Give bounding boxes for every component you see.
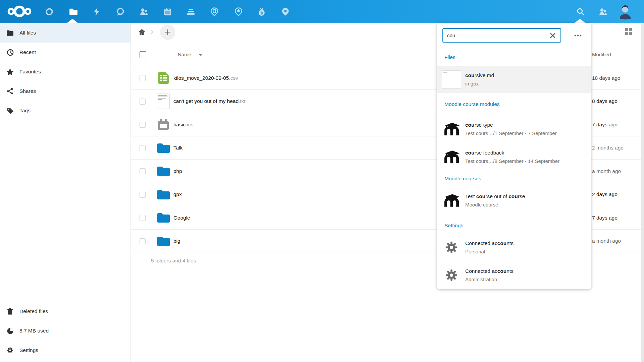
search-result-connected-accounts-personal[interactable]: Connected accounts Personal	[437, 233, 591, 261]
title-text: rse type	[475, 122, 493, 128]
sidebar-item-label: Recent	[19, 49, 36, 55]
clear-search-icon[interactable]	[549, 32, 556, 39]
sidebar-item-label: Shares	[19, 88, 36, 94]
sidebar-item-recent[interactable]: Recent	[0, 43, 130, 62]
row-checkbox[interactable]	[140, 75, 146, 81]
maps-icon[interactable]	[276, 0, 295, 23]
match-highlight: cou	[465, 72, 475, 78]
sidebar-item-label: Settings	[19, 347, 38, 353]
folder-name: gpx	[173, 191, 182, 197]
scrollbar[interactable]	[641, 23, 644, 362]
search-input-row	[437, 23, 591, 43]
select-all-checkbox[interactable]	[140, 51, 146, 58]
title-text: rse out of	[485, 193, 508, 199]
search-section-settings[interactable]: Settings	[437, 221, 591, 230]
search-result-course-type[interactable]: course type Test cours…/1 September - 7 …	[437, 115, 591, 143]
gear-icon	[442, 241, 461, 254]
file-name: basic	[173, 122, 185, 128]
row-checkbox[interactable]	[140, 192, 146, 198]
match-highlight: cou	[497, 268, 507, 274]
star-icon	[6, 68, 14, 75]
folder-name: php	[173, 168, 182, 174]
contacts-menu-icon[interactable]	[594, 0, 612, 23]
text-file-thumbnail	[157, 90, 170, 113]
sidebar-item-favorites[interactable]: Favorites	[0, 62, 130, 81]
new-file-button[interactable]	[160, 24, 175, 40]
match-highlight: cou	[508, 193, 518, 199]
column-header-modified[interactable]: Modified	[592, 52, 611, 57]
sidebar-bottom: Deleted files 8.7 MB used	[0, 302, 130, 362]
title-text: rsive.md	[475, 72, 494, 78]
tracks-icon[interactable]	[229, 0, 248, 23]
sidebar-item-label: Deleted files	[19, 308, 48, 314]
sidebar-item-deleted-files[interactable]: Deleted files	[0, 302, 130, 321]
user-avatar[interactable]	[618, 3, 633, 19]
sidebar-item-shares[interactable]: Shares	[0, 81, 130, 101]
breadcrumb-home-icon[interactable]	[138, 28, 146, 36]
search-result-course-feedback[interactable]: course feedback Test cours…/8 September …	[437, 143, 591, 171]
phonetrack-icon[interactable]	[205, 0, 224, 23]
folder-icon	[157, 160, 170, 183]
file-modified: 7 days ago	[592, 206, 618, 230]
file-modified: 18 days ago	[592, 66, 620, 90]
nextcloud-app: $	[0, 0, 644, 362]
column-header-name[interactable]: Name	[178, 52, 191, 57]
search-result-coursive[interactable]: coursive.md in gpx	[437, 66, 591, 93]
dashboard-icon[interactable]	[40, 0, 59, 23]
search-result-connected-accounts-admin[interactable]: Connected accounts Administration	[437, 261, 591, 289]
row-checkbox[interactable]	[140, 99, 146, 105]
cospend-icon[interactable]: $	[252, 0, 271, 23]
file-extension: .ics	[185, 122, 193, 128]
search-section-moodle-modules[interactable]: Moodle course modules	[437, 100, 591, 109]
row-checkbox[interactable]	[140, 168, 146, 174]
activity-icon[interactable]	[87, 0, 106, 23]
trash-icon	[6, 308, 14, 315]
sidebar-item-quota[interactable]: 8.7 MB used	[0, 321, 130, 341]
title-text: Connected ac	[465, 268, 497, 274]
search-options-icon[interactable]	[573, 30, 583, 41]
sidebar-item-tags[interactable]: Tags	[0, 101, 130, 120]
result-title: Connected accounts	[465, 267, 514, 275]
match-highlight: cou	[465, 150, 475, 156]
search-section-files[interactable]: Files	[437, 53, 591, 62]
share-icon	[6, 87, 14, 95]
calendar-icon[interactable]	[158, 0, 177, 23]
folder-icon	[157, 206, 170, 230]
moodle-icon	[442, 193, 461, 208]
row-checkbox[interactable]	[140, 238, 146, 244]
nextcloud-logo[interactable]	[6, 5, 33, 19]
sidebar-item-all-files[interactable]: All files	[0, 23, 130, 43]
active-app-pointer	[67, 19, 78, 23]
folder-name: Google	[173, 215, 190, 221]
deck-icon[interactable]	[181, 0, 200, 23]
grid-view-toggle-icon[interactable]	[625, 27, 633, 36]
breadcrumb-chevron-icon	[150, 29, 154, 36]
file-modified: 8 days ago	[592, 90, 618, 113]
result-subtitle: Administration	[465, 276, 514, 283]
sort-caret-icon[interactable]	[199, 54, 202, 56]
row-checkbox[interactable]	[140, 122, 146, 128]
match-highlight: cou	[465, 122, 475, 128]
row-checkbox[interactable]	[140, 215, 146, 221]
row-checkbox[interactable]	[140, 145, 146, 151]
folder-icon	[157, 183, 170, 206]
sidebar-item-settings[interactable]: Settings	[0, 341, 130, 360]
file-list-summary: 5 folders and 4 files	[151, 258, 196, 264]
title-text: rse feedback	[475, 150, 504, 156]
sidebar-item-label: Tags	[19, 108, 31, 114]
search-popover: Files coursive.md in gpx Moodle course m…	[437, 23, 591, 289]
file-modified: a month ago	[592, 160, 621, 183]
svg-text:$: $	[260, 10, 263, 15]
search-result-test-course[interactable]: Test course out of course Moodle course	[437, 186, 591, 214]
search-input[interactable]	[442, 28, 561, 43]
file-extension: .csv	[229, 75, 238, 81]
sidebar-item-label: 8.7 MB used	[19, 328, 49, 334]
top-bar: $	[0, 0, 644, 23]
spreadsheet-file-icon	[157, 66, 170, 90]
talk-icon[interactable]	[111, 0, 130, 23]
search-section-moodle-courses[interactable]: Moodle courses	[437, 174, 591, 183]
title-text: nts	[506, 268, 514, 274]
contacts-icon[interactable]	[135, 0, 153, 23]
file-modified: a month ago	[592, 230, 621, 253]
title-text: Test	[465, 193, 476, 199]
